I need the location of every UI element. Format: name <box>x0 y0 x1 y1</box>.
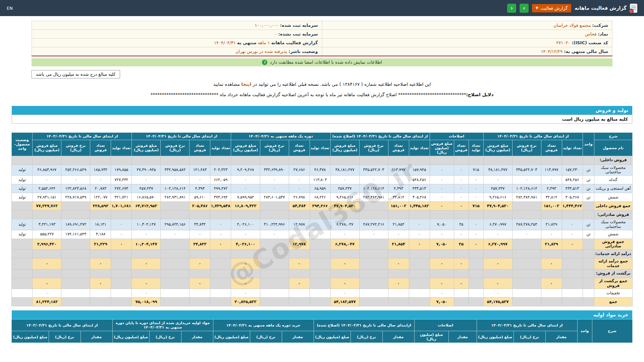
table-subheader-row: مقدارنرخ (ریال)مبلغ (میلیون ریال)مقدارمب… <box>12 331 632 343</box>
value-cell <box>541 210 562 219</box>
unit-cell: تن <box>583 184 594 193</box>
value-cell: ۴,۳۹۳ <box>190 184 210 193</box>
value-cell <box>469 289 483 298</box>
value-cell: ۰ <box>90 258 111 269</box>
product-name-cell: محصولات سبک ساختمانی <box>594 165 632 176</box>
value-cell: ۰ <box>33 278 61 289</box>
notice-text-before: این اطلاعیه اصلاحیه اطلاعیه شماره ( ۱۳۸۴… <box>253 81 431 87</box>
value-cell <box>61 269 90 278</box>
value-cell <box>111 250 132 258</box>
value-cell: ۷۲۷,۴۳۲ <box>111 176 132 184</box>
value-cell <box>562 156 583 165</box>
product-name-cell: جمع برگشت از فروش <box>594 278 632 289</box>
value-cell <box>260 289 289 298</box>
language-switch-en[interactable]: EN <box>7 6 13 11</box>
value-cell <box>562 258 583 269</box>
value-cell: ۱۲۲,۰۷۷ <box>90 193 111 202</box>
metric-header: مقدار <box>181 331 213 343</box>
value-cell: ۰ <box>454 202 469 210</box>
product-row: محصولات سبک ساختمانیتن۰۲۱,۸۲۹۲۸۷,۲۷۸,۲۵۴… <box>12 219 632 230</box>
value-cell <box>430 210 454 219</box>
section-row: فروش صادراتی: <box>12 210 632 219</box>
report-document-icon[interactable] <box>630 4 637 13</box>
status-cell: تولید <box>12 176 33 184</box>
value-cell: ۰ <box>231 258 260 269</box>
unit-cell: تن <box>583 219 594 230</box>
value-cell: ۵۴۸,۲۵۶ <box>562 176 583 184</box>
value-cell: ۰ <box>111 219 132 230</box>
value-cell <box>359 269 388 278</box>
chevron-down-icon: ▼ <box>536 6 538 10</box>
value-cell <box>161 239 190 250</box>
value-cell <box>310 298 330 306</box>
status-cell <box>12 258 33 269</box>
company-value: ۱۰۰,۰۰۰,۰۰۰ <box>255 23 279 28</box>
value-cell: ۰ <box>90 176 111 184</box>
metric-header: نرخ (ریال) <box>351 331 382 343</box>
metric-header: نرخ (ریال) <box>49 331 80 343</box>
value-cell: ۴۷۲,۶۷۳ <box>111 184 132 193</box>
value-cell <box>483 250 512 258</box>
value-cell <box>61 210 90 219</box>
value-cell: ۲۰۵,۴۸۶ <box>190 202 210 210</box>
value-cell <box>512 258 541 269</box>
value-cell: ۸۱,۳۳۴,۱۸۲ <box>33 298 61 306</box>
value-cell <box>161 298 190 306</box>
report-type-dropdown[interactable]: گزارش فعالیت ▼ <box>532 4 571 12</box>
value-cell: ۳۲۸,۵۹۲ <box>90 202 111 210</box>
value-cell <box>260 269 289 278</box>
value-cell: ۵۵۵,۲۲۷ <box>33 230 61 239</box>
value-cell <box>161 210 190 219</box>
value-cell <box>33 269 61 278</box>
value-cell: ۲۱,۸۲۹ <box>541 219 562 230</box>
period-group-header-3: خرید دوره یک ماهه منتهی به ۱۴۰۴/۰۴/۳۱ <box>213 319 314 331</box>
sum-row: جمع برگشت از فروش۰۰۰۰۰۰۰۰۰۰۰۰ <box>12 278 632 289</box>
value-cell <box>359 202 388 210</box>
next-announcement-button[interactable]: › <box>520 4 529 13</box>
product-name-cell: جمع درآمد ارائه خدمات <box>594 258 632 269</box>
period-group-header-1: اصلاحات <box>430 132 483 140</box>
purchase-table-head: شرحواحداز ابتدای سال مالی تا تاریخ ۱۴۰۴/… <box>12 319 632 343</box>
value-cell: ۰ <box>33 258 61 269</box>
prev-announcement-button[interactable]: ‹ <box>507 4 516 13</box>
value-cell: ۰ <box>289 176 310 184</box>
desc-header: شرح <box>592 319 632 343</box>
value-cell <box>562 250 583 258</box>
value-cell <box>310 278 330 289</box>
table-subheader-row: نام محصولتعداد تولیدتعداد فروشنرخ فروش (… <box>12 140 632 156</box>
topbar-actions: گزارش فعالیت ماهانه گزارش فعالیت ▼ › ‹ <box>507 4 637 13</box>
value-cell <box>132 210 161 219</box>
value-cell: ۰ <box>260 230 289 239</box>
desc-header: شرح <box>594 132 632 140</box>
company-label: سرمایه ثبت نشده: <box>278 32 318 37</box>
value-cell <box>161 289 190 298</box>
value-cell: ۳۸,۱۸۱,۴۷۷ <box>483 165 512 176</box>
value-cell: ۰ <box>469 219 483 230</box>
value-cell: ۰ <box>541 230 562 239</box>
value-cell <box>132 250 161 258</box>
value-cell <box>359 250 388 258</box>
value-cell <box>409 250 430 258</box>
value-cell: ۷,۰۵۰ <box>430 298 454 306</box>
value-cell <box>310 219 330 230</box>
value-cell: ۰ <box>541 176 562 184</box>
value-cell: ۰ <box>111 230 132 239</box>
reason-text: اصلاح گزارش فعالیت ماهانه تیر ماه با توج… <box>220 92 396 97</box>
unit-cell <box>583 289 594 298</box>
value-cell <box>260 239 289 250</box>
value-cell: ۲۰,۷۸۳ <box>90 184 111 193</box>
value-cell <box>132 156 161 165</box>
period-group-header-5: از ابتدای سال مالی تا تاریخ ۱۴۰۳/۰۴/۳۱ <box>12 319 112 331</box>
value-cell <box>512 269 541 278</box>
company-value: ۲۷۱۰۲۰ <box>556 40 570 45</box>
value-cell: ۱۲,۹۷۸ <box>289 239 310 250</box>
product-row: تخفیفات۰۰۰۰۰۰ <box>12 289 632 298</box>
unit-cell <box>583 156 594 165</box>
metric-header: تعداد تولید <box>310 140 330 156</box>
value-cell: ۳۷۳,۶۹۴ <box>210 193 231 202</box>
previous-version-link[interactable]: اینجا <box>241 81 251 87</box>
value-cell <box>330 250 359 258</box>
value-cell: ۰ <box>231 289 260 298</box>
metric-header: تعداد تولید <box>409 140 430 156</box>
value-cell <box>359 278 388 289</box>
